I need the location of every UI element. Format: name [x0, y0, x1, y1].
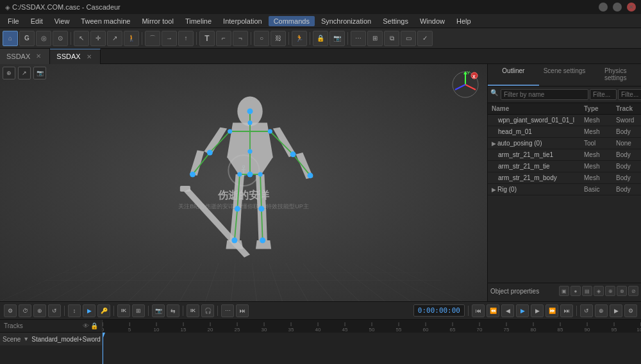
tab-close-2[interactable]: ✕	[85, 52, 94, 61]
scene-track-row[interactable]: Scene ▼ Standard_model+Sword	[0, 333, 102, 345]
toolbar-rotate[interactable]: ◎	[36, 31, 51, 46]
tl-record-btn[interactable]: ⊕	[33, 304, 46, 317]
outliner-row[interactable]: ▶Rig (0) Basic Body	[488, 184, 641, 195]
toolbar-cam[interactable]: 📷	[329, 31, 345, 46]
toolbar-circle[interactable]: ○	[254, 31, 269, 46]
toolbar-arrow[interactable]: ↗	[107, 31, 122, 46]
vp-transform-btn[interactable]: ⊕	[3, 67, 15, 79]
toolbar-chain[interactable]: ⛓	[271, 31, 286, 46]
toolbar-right[interactable]: →	[162, 31, 177, 46]
close-button[interactable]: ✕	[627, 3, 636, 12]
toolbar-t[interactable]: T	[199, 31, 215, 46]
menu-view[interactable]: View	[49, 16, 75, 26]
props-icon-4[interactable]: ◈	[594, 286, 604, 296]
menu-edit[interactable]: Edit	[26, 16, 48, 26]
tl-ik2-btn[interactable]: ⊞	[132, 304, 145, 317]
sep7	[347, 32, 348, 45]
toolbar-person[interactable]: 🚶	[124, 31, 139, 46]
track-lock-icon[interactable]: 🔒	[90, 322, 98, 329]
menu-mirror[interactable]: Mirror tool	[137, 16, 179, 26]
play-fast-fwd[interactable]: ⏩	[545, 304, 558, 317]
tl-double-arr[interactable]: ⏭	[236, 304, 249, 317]
play-next-frame[interactable]: ▶	[531, 304, 544, 317]
menu-window[interactable]: Window	[415, 16, 450, 26]
tl-more-btn[interactable]: ⋯	[221, 304, 234, 317]
tab-ssdax-2[interactable]: SSDAX ✕	[50, 49, 100, 64]
toolbar-bracket[interactable]: ⌐	[216, 31, 231, 46]
menu-help[interactable]: Help	[451, 16, 476, 26]
props-icon-3[interactable]: ▤	[582, 286, 592, 296]
toolbar-rect[interactable]: ▭	[401, 31, 416, 46]
props-icon-6[interactable]: ⊗	[617, 286, 627, 296]
toolbar-home[interactable]: ⌂	[3, 31, 18, 46]
tl-play-btn[interactable]: ▶	[83, 304, 96, 317]
track-eye-icon[interactable]: 👁	[83, 322, 89, 329]
menu-settings[interactable]: Settings	[378, 16, 413, 26]
tl-move-btn[interactable]: ↕	[68, 304, 81, 317]
props-icon-1[interactable]: ▣	[559, 286, 569, 296]
play-to-end[interactable]: ⏭	[560, 304, 573, 317]
play-to-start[interactable]: ⏮	[472, 304, 485, 317]
maximize-button[interactable]: □	[613, 3, 622, 12]
tl-ik3-btn[interactable]: IK	[187, 304, 199, 317]
outliner-row[interactable]: arm_str_21_m_tie Mesh Body	[488, 161, 641, 172]
tl-refresh-btn[interactable]: ↺	[48, 304, 61, 317]
gizmo[interactable]: Y X	[450, 69, 482, 101]
props-icon-5[interactable]: ⊕	[605, 286, 615, 296]
toolbar-run[interactable]: 🏃	[292, 31, 307, 46]
tl-cam2-btn[interactable]: 📷	[152, 304, 165, 317]
menu-sync[interactable]: Synchronization	[316, 16, 376, 26]
tl-settings-btn[interactable]: ⚙	[4, 304, 17, 317]
outliner-row[interactable]: arm_str_21_m_body Mesh Body	[488, 172, 641, 184]
outliner-row[interactable]: head_m_01 Mesh Body	[488, 126, 641, 138]
vp-cam-btn[interactable]: 📷	[33, 67, 46, 79]
props-icon-2[interactable]: ●	[570, 286, 581, 296]
tl-extra2[interactable]: ▶	[610, 304, 622, 317]
toolbar-check[interactable]: ✓	[417, 31, 433, 46]
play-prev-frame[interactable]: ◀	[501, 304, 514, 317]
timeline-ruler[interactable]: 0510152025303540455055606570758085909510…	[103, 320, 641, 364]
outliner-row[interactable]: arm_str_21_m_tie1 Mesh Body	[488, 149, 641, 161]
menu-tween[interactable]: Tween machine	[76, 16, 135, 26]
filter-2-input[interactable]	[590, 89, 617, 100]
outliner-row[interactable]: wpn_giant_sword_01_01_l Mesh Sword	[488, 115, 641, 126]
filter-3-input[interactable]	[618, 89, 641, 100]
toolbar-lock[interactable]: 🔒	[313, 31, 328, 46]
vp-cursor-btn[interactable]: ↗	[18, 67, 31, 79]
menu-commands[interactable]: Commands	[269, 16, 315, 26]
toolbar-cursor[interactable]: ↖	[74, 31, 89, 46]
toolbar-bracket2[interactable]: ¬	[233, 31, 248, 46]
menu-timeline[interactable]: Timeline	[180, 16, 217, 26]
tl-arr1-btn[interactable]: ⇆	[167, 304, 179, 317]
toolbar-grid[interactable]: ⊞	[367, 31, 383, 46]
tl-gear2[interactable]: ⚙	[624, 304, 637, 317]
minimize-button[interactable]: ─	[599, 3, 608, 12]
tl-anim-btn[interactable]: ⏱	[19, 304, 31, 317]
props-icon-7[interactable]: ⊘	[628, 286, 638, 296]
toolbar-layers[interactable]: ⧉	[384, 31, 399, 46]
tab-physics[interactable]: Physics settings	[590, 64, 641, 86]
menu-file[interactable]: File	[3, 16, 24, 26]
tl-loop-btn[interactable]: ↺	[580, 304, 593, 317]
tl-extra1[interactable]: ⊕	[595, 304, 608, 317]
play-play[interactable]: ▶	[516, 304, 529, 317]
outliner-row[interactable]: ▶auto_posing (0) Tool None	[488, 138, 641, 149]
toolbar-g[interactable]: G	[19, 31, 35, 46]
viewport[interactable]: ⊕ ↗ 📷 Y X	[0, 64, 487, 301]
tl-ik-btn[interactable]: IK	[117, 304, 130, 317]
toolbar-curve[interactable]: ⌒	[145, 31, 160, 46]
timeline-content[interactable]	[103, 333, 641, 364]
menu-interpolation[interactable]: Interpolation	[218, 16, 267, 26]
filter-name-input[interactable]	[501, 89, 588, 100]
toolbar-up[interactable]: ↑	[178, 31, 194, 46]
toolbar-move[interactable]: ✛	[90, 31, 106, 46]
tab-scene-settings[interactable]: Scene settings	[539, 64, 590, 86]
tl-headphone-btn[interactable]: 🎧	[201, 304, 214, 317]
tab-close-1[interactable]: ✕	[34, 52, 43, 61]
tab-outliner[interactable]: Outliner	[488, 64, 539, 86]
tl-keys-btn[interactable]: 🔑	[97, 304, 110, 317]
play-back-fast[interactable]: ⏪	[487, 304, 499, 317]
toolbar-dots[interactable]: ⋯	[351, 31, 366, 46]
toolbar-t1[interactable]: ⊙	[53, 31, 68, 46]
tab-ssdax-1[interactable]: SSDAX ✕	[0, 49, 50, 64]
